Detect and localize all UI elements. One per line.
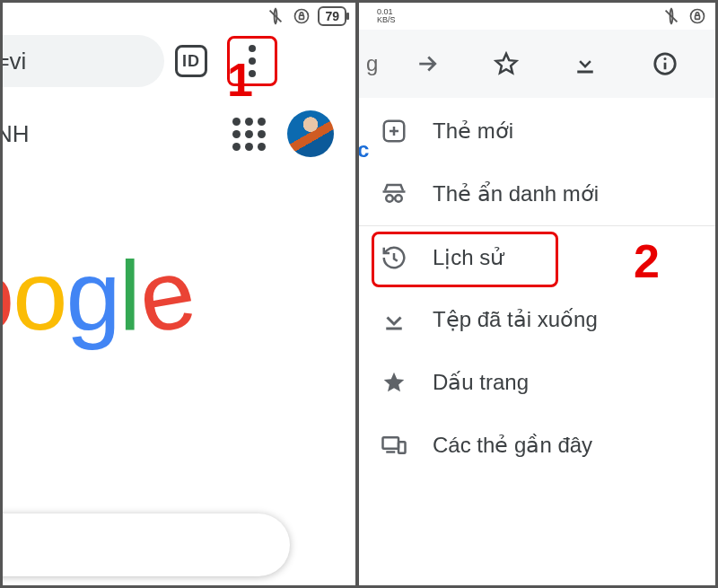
google-logo: oogle: [3, 238, 355, 352]
battery-indicator: 79: [318, 6, 346, 26]
download-button[interactable]: [546, 39, 625, 89]
logo-letter-g: g: [66, 240, 118, 350]
svg-rect-4: [578, 71, 594, 74]
info-button[interactable]: [626, 39, 705, 89]
tab-switcher-button[interactable]: ID: [175, 45, 207, 77]
svg-point-7: [663, 57, 666, 60]
url-text: n/?hl=vi: [3, 48, 26, 75]
logo-letter-o2: o: [13, 240, 66, 350]
google-search-bar[interactable]: [3, 513, 290, 576]
mute-icon: [266, 6, 285, 26]
plus-square-icon: [379, 116, 409, 146]
bookmark-button[interactable]: [467, 39, 546, 89]
menu-item-downloads[interactable]: Tệp đã tải xuống: [359, 288, 715, 351]
lock-circle-icon: [688, 7, 706, 25]
annotation-step-2: 2: [634, 234, 660, 288]
browser-toolbar: n/?hl=vi ID: [3, 30, 355, 92]
menu-item-incognito-tab[interactable]: Thẻ ẩn danh mới: [359, 162, 715, 225]
account-avatar[interactable]: [287, 110, 334, 157]
url-fragment-right: g: [366, 51, 378, 76]
menu-item-recent-tabs[interactable]: Các thẻ gần đây: [359, 414, 715, 477]
google-header-row: NH: [3, 92, 355, 157]
menu-label: Thẻ mới: [433, 118, 513, 144]
menu-item-new-tab[interactable]: Thẻ mới: [359, 100, 715, 162]
overflow-menu: Thẻ mới Thẻ ẩn danh mới Lịch sử: [359, 98, 715, 477]
menu-label: Thẻ ẩn danh mới: [433, 181, 599, 206]
header-fragment: NH: [3, 120, 30, 148]
address-bar[interactable]: n/?hl=vi: [3, 35, 164, 87]
link-fragment: c: [359, 137, 369, 162]
panel-divider: [355, 0, 359, 588]
menu-label: Tệp đã tải xuống: [433, 307, 598, 332]
svg-rect-16: [398, 442, 406, 453]
lock-circle-icon: [293, 7, 311, 25]
forward-button[interactable]: [387, 39, 466, 89]
right-panel: 0.01 KB/S g: [359, 3, 715, 585]
svg-rect-14: [383, 437, 399, 449]
net-speed-unit: KB/S: [377, 15, 396, 24]
svg-point-12: [395, 195, 402, 202]
google-apps-icon[interactable]: [232, 118, 266, 151]
svg-point-11: [386, 195, 393, 202]
svg-rect-3: [696, 15, 700, 19]
svg-rect-1: [300, 15, 304, 19]
devices-icon: [379, 430, 409, 461]
logo-letter-e: e: [129, 234, 201, 355]
incognito-icon: [379, 179, 409, 209]
status-bar-right: 0.01 KB/S: [359, 3, 715, 30]
tab-count-label: ID: [182, 52, 200, 71]
logo-letter-o1: o: [3, 240, 13, 350]
menu-label: Dấu trang: [433, 370, 529, 395]
left-panel: 79 n/?hl=vi ID 1 NH oogle: [3, 3, 355, 585]
star-filled-icon: [379, 367, 409, 398]
mute-icon: [661, 6, 681, 26]
annotation-highlight-history: [372, 232, 558, 287]
menu-label: Các thẻ gần đây: [433, 433, 592, 458]
status-bar-left: 79: [3, 3, 355, 30]
downloads-icon: [379, 304, 409, 335]
network-speed: 0.01 KB/S: [377, 8, 396, 24]
menu-top-actions: g: [359, 30, 715, 98]
menu-item-bookmarks[interactable]: Dấu trang: [359, 351, 715, 414]
